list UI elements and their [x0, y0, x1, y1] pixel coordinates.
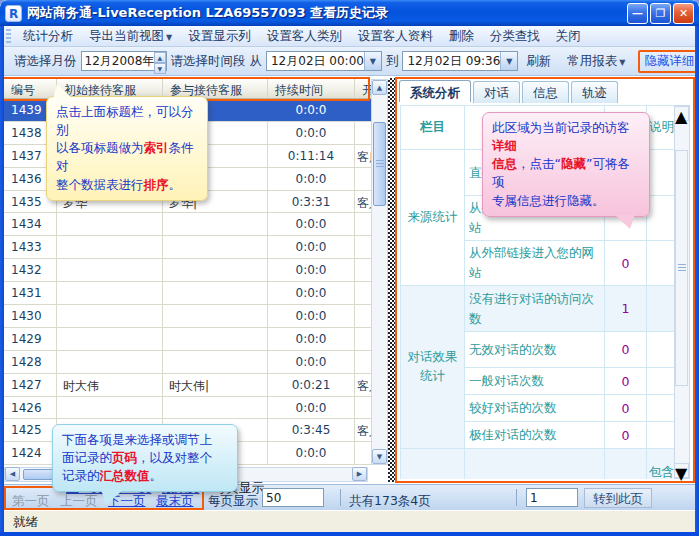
chevron-down-icon: ▼ — [619, 58, 625, 67]
table-row[interactable]: 14330:0:0 — [4, 236, 371, 259]
callout-tail — [101, 489, 124, 505]
detail-tip-callout: 此区域为当前记录的访客详细 信息，点击“隐藏”可将各项 专属信息进行隐藏。 — [482, 112, 650, 217]
table-row[interactable]: 14320:0:0 — [4, 259, 371, 282]
title-bar: R 网站商务通-LiveReception LZA69557093 查看历史记录… — [0, 0, 699, 26]
window-border — [695, 26, 699, 536]
tab-track[interactable]: 轨迹 — [571, 81, 618, 103]
chevron-down-icon[interactable]: ▼ — [364, 52, 381, 70]
scroll-down-icon[interactable]: ▼ — [372, 449, 387, 464]
menu-item-search[interactable]: 分类查找 — [482, 26, 548, 47]
refresh-button[interactable]: 刷新 — [518, 51, 559, 72]
menu-item-guest-type[interactable]: 设置客人类别 — [259, 26, 350, 47]
spinner-down-icon[interactable]: ▼ — [154, 63, 165, 74]
menu-bar: 统计分析 导出当前视图▼ 设置显示列 设置客人类别 设置客人资料 删除 分类查找… — [4, 26, 695, 47]
callout-tail — [614, 214, 635, 229]
status-text: 就绪 — [13, 514, 38, 529]
scroll-right-icon[interactable]: ▶ — [352, 467, 367, 481]
detail-vertical-scrollbar[interactable]: ▲ ▼ — [674, 105, 690, 479]
to-label: 到 — [386, 53, 399, 70]
page-tip-callout: 下面各项是来选择或调节上 面记录的页码，以及对整个 记录的汇总数值。 — [52, 424, 238, 492]
detail-col-header: 栏目 — [401, 106, 465, 150]
month-label: 请选择月份 — [14, 53, 77, 70]
minimize-button[interactable]: — — [627, 3, 648, 24]
scroll-left-icon[interactable]: ◀ — [5, 467, 20, 481]
scrollbar-thumb[interactable] — [373, 122, 386, 206]
tab-dialog[interactable]: 对话 — [473, 81, 520, 103]
close-button[interactable]: ✕ — [673, 3, 694, 24]
column-header-duration[interactable]: 持续时间 — [268, 79, 355, 98]
detail-tabs: 系统分析 对话 信息 轨迹 — [399, 81, 618, 103]
scroll-up-icon[interactable]: ▲ — [674, 106, 689, 121]
hide-detail-button[interactable]: 隐藏详细 — [638, 50, 699, 73]
table-row[interactable]: 14260:0:0 — [4, 397, 371, 420]
first-page-link[interactable]: 第一页 — [12, 493, 50, 510]
column-header-start[interactable]: 开 — [355, 79, 371, 98]
app-window: R 网站商务通-LiveReception LZA69557093 查看历史记录… — [0, 0, 699, 536]
column-header-id[interactable]: 编号 — [4, 79, 57, 98]
filter-toolbar: 请选择月份 12月2008年 ▲ ▼ 请选择时间段 从 12月02日 00:00… — [4, 47, 695, 76]
tab-system-analysis[interactable]: 系统分析 — [399, 80, 471, 102]
toolbar-gripper — [6, 29, 11, 43]
sort-tip-callout: 点击上面标题栏，可以分别 以各项标题做为索引条件对 整个数据表进行排序。 — [46, 96, 208, 201]
from-time-combobox[interactable]: 12月02日 00:00 ▼ — [266, 51, 382, 71]
range-label: 请选择时间段 从 — [171, 53, 262, 70]
menu-item-stats[interactable]: 统计分析 — [15, 26, 81, 47]
panel-splitter[interactable] — [388, 78, 395, 482]
window-border — [0, 26, 4, 536]
menu-item-columns[interactable]: 设置显示列 — [180, 26, 259, 47]
detail-row: 包含 — [401, 449, 677, 480]
content-area: 编号 初始接待客服 参与接待客服 持续时间 开 14390:0:0 14380:… — [0, 76, 699, 484]
table-row[interactable]: 14290:0:0 — [4, 328, 371, 351]
menu-item-guest-info[interactable]: 设置客人资料 — [350, 26, 441, 47]
per-page-label: 每页显示 — [208, 493, 258, 510]
table-row[interactable]: 14280:0:0 — [4, 351, 371, 374]
spinner-up-icon[interactable]: ▲ — [154, 52, 165, 63]
maximize-button[interactable]: ❐ — [650, 3, 671, 24]
menu-item-export[interactable]: 导出当前视图▼ — [81, 26, 180, 47]
app-logo-icon: R — [5, 5, 22, 22]
status-bar: 就绪 — [4, 510, 695, 532]
per-page-input[interactable] — [262, 488, 324, 507]
callout-tail — [53, 84, 73, 99]
table-row[interactable]: 1427时大伟时大伟|0:0:21客人 — [4, 374, 371, 397]
goto-page-input[interactable] — [526, 488, 578, 507]
table-row[interactable]: 14310:0:0 — [4, 282, 371, 305]
goto-page-button[interactable]: 转到此页 — [584, 488, 652, 508]
table-row[interactable]: 14340:0:0 — [4, 213, 371, 236]
table-row[interactable]: 14300:0:0 — [4, 305, 371, 328]
detail-note-header: 说明 — [647, 106, 677, 150]
chevron-down-icon[interactable]: ▼ — [500, 52, 517, 70]
group-source-stats: 来源统计 — [401, 150, 465, 286]
chevron-down-icon: ▼ — [166, 33, 172, 42]
menu-item-close[interactable]: 关闭 — [548, 26, 589, 47]
detail-row: 对话效果统计 没有进行对话的访问次数 1 — [401, 286, 677, 332]
group-dialog-effect-stats: 对话效果统计 — [401, 286, 465, 449]
window-border — [0, 532, 699, 536]
menu-item-delete[interactable]: 删除 — [441, 26, 482, 47]
total-records-label: 共有173条4页 — [349, 493, 431, 510]
to-time-combobox[interactable]: 12月02日 09:36 ▼ — [402, 51, 518, 71]
scroll-up-icon[interactable]: ▲ — [372, 80, 387, 95]
scroll-down-icon[interactable]: ▼ — [674, 463, 689, 478]
vertical-scrollbar[interactable]: ▲ ▼ — [371, 79, 388, 465]
reports-button[interactable]: 常用报表▼ — [559, 51, 633, 72]
window-title: 网站商务通-LiveReception LZA69557093 查看历史记录 — [27, 4, 627, 22]
scrollbar-thumb[interactable] — [675, 150, 688, 386]
tab-info[interactable]: 信息 — [522, 81, 569, 103]
month-spinner[interactable]: 12月2008年 ▲ ▼ — [81, 51, 167, 71]
